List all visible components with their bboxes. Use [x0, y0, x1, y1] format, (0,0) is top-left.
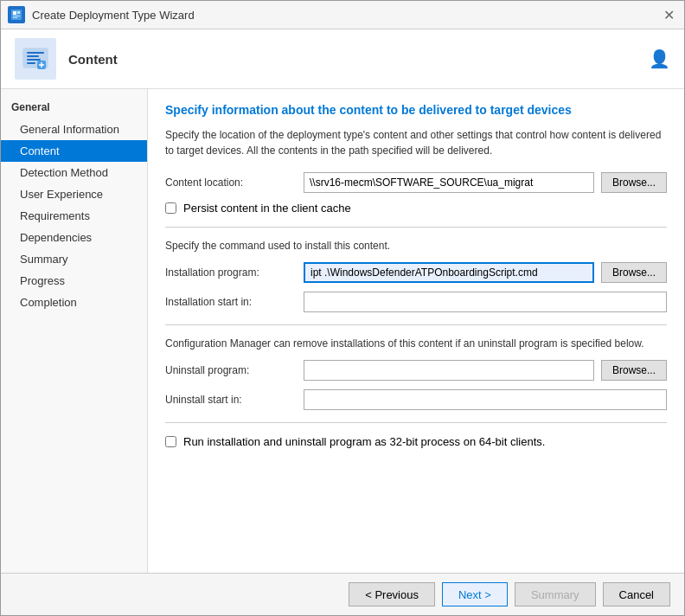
content-location-browse-button[interactable]: Browse...	[601, 172, 667, 193]
main-description: Specify the location of the deployment t…	[165, 127, 667, 158]
footer: < Previous Next > Summary Cancel	[1, 573, 684, 615]
uninstall-start-in-label: Uninstall start in:	[165, 394, 304, 406]
uninstall-program-label: Uninstall program:	[165, 364, 304, 376]
summary-button[interactable]: Summary	[515, 582, 596, 606]
next-button[interactable]: Next >	[442, 582, 508, 606]
divider-1	[165, 227, 667, 228]
uninstall-program-row: Uninstall program: Browse...	[165, 360, 667, 381]
close-button[interactable]: ✕	[660, 6, 677, 23]
installation-start-in-row: Installation start in:	[165, 292, 667, 312]
main-title: Specify information about the content to…	[165, 103, 667, 117]
sidebar-item-general-information[interactable]: General Information	[1, 119, 147, 140]
run-32bit-row: Run installation and uninstall program a…	[165, 435, 667, 448]
sidebar-item-summary[interactable]: Summary	[1, 248, 147, 270]
svg-rect-1	[13, 11, 16, 15]
installation-program-label: Installation program:	[165, 266, 304, 279]
divider-3	[165, 422, 667, 423]
sidebar-item-content[interactable]: Content	[1, 140, 147, 162]
sidebar-item-completion[interactable]: Completion	[1, 292, 147, 313]
sidebar-item-requirements[interactable]: Requirements	[1, 205, 147, 227]
previous-button[interactable]: < Previous	[349, 582, 435, 606]
cancel-button[interactable]: Cancel	[603, 582, 670, 606]
content-location-input[interactable]	[304, 172, 594, 193]
window-title: Create Deployment Type Wizard	[32, 9, 195, 22]
sidebar-item-detection-method[interactable]: Detection Method	[1, 162, 147, 183]
persist-cache-checkbox[interactable]	[165, 202, 176, 214]
uninstall-program-browse-button[interactable]: Browse...	[601, 360, 667, 381]
body: General General Information Content Dete…	[1, 89, 684, 573]
svg-rect-4	[13, 17, 17, 18]
main-content: Specify information about the content to…	[148, 89, 684, 573]
installation-start-in-input[interactable]	[304, 292, 667, 312]
uninstall-program-input[interactable]	[304, 360, 594, 381]
svg-rect-9	[27, 62, 35, 64]
persist-cache-label: Persist content in the client cache	[183, 202, 351, 215]
persist-cache-row: Persist content in the client cache	[165, 202, 667, 215]
installation-start-in-label: Installation start in:	[165, 296, 304, 308]
uninstall-start-in-row: Uninstall start in:	[165, 389, 667, 410]
sidebar-item-user-experience[interactable]: User Experience	[1, 183, 147, 205]
content-location-label: Content location:	[165, 176, 304, 189]
installation-program-input[interactable]	[304, 262, 594, 283]
svg-rect-7	[27, 55, 39, 57]
run-32bit-label: Run installation and uninstall program a…	[183, 435, 545, 448]
wizard-window: Create Deployment Type Wizard ✕ Content …	[0, 0, 685, 616]
sidebar-group-general: General	[1, 96, 147, 119]
installation-program-browse-button[interactable]: Browse...	[601, 262, 667, 283]
divider-2	[165, 324, 667, 325]
title-bar: Create Deployment Type Wizard ✕	[1, 1, 684, 29]
svg-rect-8	[27, 59, 41, 61]
run-32bit-checkbox[interactable]	[165, 436, 176, 447]
installation-program-row: Installation program: Browse...	[165, 262, 667, 283]
header-title: Content	[68, 52, 118, 67]
svg-rect-2	[17, 11, 20, 14]
svg-rect-3	[13, 16, 20, 16]
header: Content 👤	[1, 29, 684, 89]
content-location-row: Content location: Browse...	[165, 172, 667, 193]
sidebar-item-progress[interactable]: Progress	[1, 270, 147, 292]
header-icon	[15, 38, 56, 80]
svg-rect-6	[27, 52, 44, 54]
uninstall-start-in-input[interactable]	[304, 389, 667, 410]
header-person-icon: 👤	[649, 48, 670, 69]
app-icon	[8, 6, 25, 23]
sidebar-item-dependencies[interactable]: Dependencies	[1, 227, 147, 248]
uninstall-section-desc: Configuration Manager can remove install…	[165, 337, 667, 350]
sidebar: General General Information Content Dete…	[1, 89, 148, 573]
install-section-desc: Specify the command used to install this…	[165, 240, 667, 252]
